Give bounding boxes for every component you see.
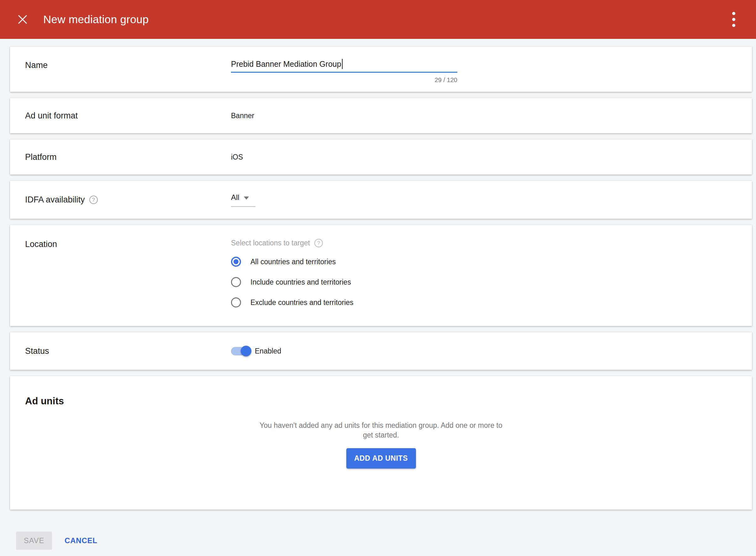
- target-prompt: Select locations to target: [231, 239, 310, 247]
- name-card: Name Prebid Banner Mediation Group 29 / …: [10, 47, 752, 92]
- radio-selected-icon: [231, 257, 241, 267]
- close-icon[interactable]: [16, 12, 30, 26]
- radio-label: Include countries and territories: [250, 278, 351, 286]
- name-field-wrap: Prebid Banner Mediation Group 29 / 120: [231, 47, 457, 92]
- idfa-label-wrap: IDFA availability ?: [10, 195, 231, 205]
- radio-label: All countries and territories: [250, 257, 336, 266]
- location-label: Location: [10, 225, 231, 326]
- form-footer: SAVE CANCEL: [0, 531, 756, 550]
- radio-unselected-icon: [231, 277, 241, 287]
- radio-exclude-countries[interactable]: Exclude countries and territories: [231, 298, 353, 308]
- save-button[interactable]: SAVE: [16, 531, 52, 550]
- platform-card: Platform iOS: [10, 139, 752, 175]
- ad-units-heading: Ad units: [10, 376, 752, 407]
- page-title: New mediation group: [43, 13, 148, 26]
- toggle-knob-icon: [241, 346, 251, 356]
- name-input[interactable]: Prebid Banner Mediation Group: [231, 58, 457, 70]
- location-help-icon[interactable]: ?: [314, 239, 323, 247]
- name-input-underline: [231, 72, 457, 73]
- ad-units-card: Ad units You haven't added any ad units …: [10, 376, 752, 510]
- toggle-track-icon: [231, 347, 245, 355]
- ad-unit-format-card: Ad unit format Banner: [10, 98, 752, 133]
- idfa-label: IDFA availability: [25, 195, 85, 205]
- radio-all-countries[interactable]: All countries and territories: [231, 257, 353, 267]
- name-label: Name: [10, 47, 231, 92]
- add-ad-units-button[interactable]: ADD AD UNITS: [346, 448, 416, 468]
- ad-units-empty-text: You haven't added any ad units for this …: [256, 421, 507, 440]
- name-input-value: Prebid Banner Mediation Group: [231, 60, 341, 69]
- location-body: Select locations to target ? All countri…: [231, 225, 353, 326]
- target-prompt-wrap: Select locations to target ?: [231, 239, 353, 247]
- radio-label: Exclude countries and territories: [250, 299, 353, 307]
- char-counter: 29 / 120: [231, 76, 457, 84]
- dropdown-caret-icon: [244, 197, 249, 200]
- kebab-menu-icon[interactable]: [730, 9, 738, 30]
- cancel-button[interactable]: CANCEL: [65, 536, 98, 545]
- ad-units-empty-state: You haven't added any ad units for this …: [10, 407, 752, 468]
- status-toggle[interactable]: Enabled: [231, 347, 281, 355]
- idfa-select[interactable]: All: [231, 193, 255, 207]
- location-radio-group: All countries and territories Include co…: [231, 257, 353, 308]
- platform-label: Platform: [10, 152, 231, 162]
- status-card: Status Enabled: [10, 332, 752, 370]
- idfa-select-underline: [231, 206, 255, 207]
- text-caret: [342, 59, 343, 69]
- app-bar: New mediation group: [0, 0, 756, 39]
- platform-value: iOS: [231, 153, 243, 162]
- radio-unselected-icon: [231, 298, 241, 308]
- ad-unit-format-label: Ad unit format: [10, 111, 231, 121]
- location-card: Location Select locations to target ? Al…: [10, 225, 752, 326]
- ad-unit-format-value: Banner: [231, 112, 254, 120]
- status-value: Enabled: [255, 347, 281, 355]
- idfa-help-icon[interactable]: ?: [89, 196, 98, 204]
- radio-include-countries[interactable]: Include countries and territories: [231, 277, 353, 287]
- idfa-card: IDFA availability ? All: [10, 181, 752, 219]
- status-label: Status: [10, 346, 231, 356]
- form-body: Name Prebid Banner Mediation Group 29 / …: [0, 39, 756, 510]
- idfa-selected-value: All: [231, 193, 239, 202]
